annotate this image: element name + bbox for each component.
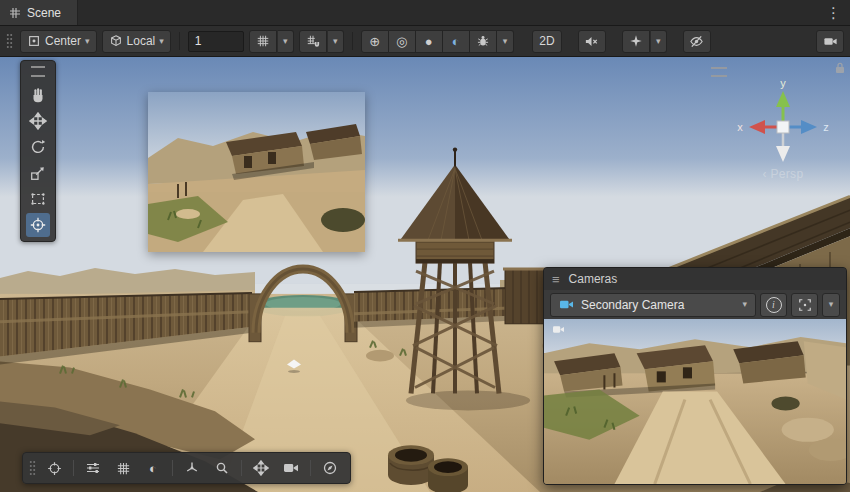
- gizmos-overlay-button[interactable]: [40, 456, 68, 480]
- move-icon: [253, 460, 269, 476]
- separator: [179, 32, 180, 50]
- camera-preview-overlay: [148, 92, 365, 252]
- chevron-down-icon: ▾: [742, 300, 747, 309]
- kebab-icon: ⋮: [826, 4, 841, 22]
- scene-camera-settings-button[interactable]: [816, 30, 844, 53]
- move-overlay-button[interactable]: [247, 456, 275, 480]
- chevron-down-icon: ▾: [503, 37, 508, 46]
- scene-bottom-toolbar: ◐: [22, 452, 351, 484]
- sparkle-icon: [629, 34, 643, 48]
- rect-tool-icon: [29, 190, 47, 208]
- scale-tool-button[interactable]: [26, 161, 50, 185]
- separator: [310, 460, 311, 476]
- speaker-muted-icon: [584, 34, 599, 49]
- info-icon: i: [766, 297, 782, 313]
- transform-tool-button[interactable]: [26, 213, 50, 237]
- gizmo-drag-handle[interactable]: [711, 67, 727, 77]
- projection-label: Persp: [771, 167, 804, 181]
- orientation-gizmo[interactable]: y x z ‹ Persp: [724, 77, 842, 181]
- shading-overlay-button[interactable]: ◐: [139, 456, 167, 480]
- chevron-down-icon: ▾: [85, 37, 90, 46]
- axis-gizmo[interactable]: y x z: [724, 77, 842, 169]
- rotate-tool-button[interactable]: [26, 135, 50, 159]
- tab-scene[interactable]: Scene: [0, 0, 78, 25]
- camera-icon: [559, 298, 574, 311]
- eye-slash-icon: [689, 34, 704, 49]
- frame-corners-icon: [798, 298, 812, 312]
- grid-overlay-button[interactable]: [109, 456, 137, 480]
- lock-icon[interactable]: [834, 60, 846, 78]
- pivot-mode-button[interactable]: Center ▾: [20, 30, 97, 53]
- grid-snap-icon: [306, 34, 320, 48]
- axis-x-label[interactable]: x: [737, 121, 743, 133]
- effects-toggle-button[interactable]: [622, 30, 650, 53]
- grid-icon: [116, 461, 131, 476]
- selected-camera-label: Secondary Camera: [581, 298, 684, 312]
- move-icon: [29, 112, 47, 130]
- camera-focus-button[interactable]: [791, 293, 818, 317]
- snap-increment-input[interactable]: [188, 31, 244, 52]
- navigation-overlay-button[interactable]: [316, 456, 344, 480]
- toolbar-drag-handle[interactable]: [29, 460, 36, 476]
- drag-handle-icon[interactable]: ≡: [552, 272, 560, 287]
- camera-preview: [544, 319, 846, 484]
- filled-circle-icon: ●: [425, 35, 433, 48]
- rect-tool-button[interactable]: [26, 187, 50, 211]
- mode-2d-label: 2D: [539, 34, 554, 48]
- cameras-panel-title: Cameras: [569, 272, 618, 286]
- mode-2d-button[interactable]: 2D: [532, 30, 561, 53]
- axis-z-label[interactable]: z: [823, 121, 829, 133]
- camera-select-dropdown[interactable]: Secondary Camera ▾: [550, 293, 756, 317]
- grid-snap-button[interactable]: [299, 30, 327, 53]
- search-overlay-button[interactable]: [208, 456, 236, 480]
- crosshair-circle-icon: ⊕: [369, 35, 380, 48]
- grid-icon: [9, 7, 21, 19]
- camera-panel-dropdown-button[interactable]: ▾: [822, 293, 840, 317]
- toolbar-drag-handle[interactable]: [6, 33, 13, 49]
- video-camera-icon: [823, 34, 838, 49]
- cameras-panel-controls: Secondary Camera ▾ i ▾: [544, 290, 846, 319]
- chevron-left-icon: ‹: [763, 167, 767, 181]
- debug-draw-button[interactable]: [470, 30, 497, 53]
- view-options-button[interactable]: [79, 456, 107, 480]
- grid-visibility-dropdown[interactable]: ▾: [277, 30, 294, 53]
- scene-visibility-button[interactable]: [683, 30, 711, 53]
- move-tool-button[interactable]: [26, 109, 50, 133]
- sliders-icon: [85, 460, 101, 476]
- drag-handle-icon[interactable]: [31, 66, 45, 77]
- orientation-overlay-button[interactable]: [178, 456, 206, 480]
- grid-visibility-button[interactable]: [249, 30, 277, 53]
- separator: [73, 460, 74, 476]
- scene-viewport[interactable]: y x z ‹ Persp ≡ Cameras Secondary Camera…: [0, 57, 850, 492]
- chevron-down-icon: ▾: [829, 300, 834, 309]
- audio-mute-button[interactable]: [578, 30, 606, 53]
- chevron-down-icon: ▾: [333, 37, 338, 46]
- view-pan-tool-button[interactable]: [26, 83, 50, 107]
- debug-draw-dropdown[interactable]: ▾: [497, 30, 515, 53]
- selection-wire-button[interactable]: ●: [416, 30, 443, 53]
- scene-camera-gizmo-icon: [552, 324, 565, 335]
- cameras-panel-header[interactable]: ≡ Cameras: [544, 268, 846, 290]
- projection-toggle[interactable]: ‹ Persp: [724, 167, 842, 181]
- separator: [241, 460, 242, 476]
- handle-space-button[interactable]: Local ▾: [102, 30, 171, 53]
- main-toolbar: Center ▾ Local ▾ ▾ ▾ ⊕ ◎ ● ◐: [0, 26, 850, 57]
- grid-snap-dropdown[interactable]: ▾: [327, 30, 344, 53]
- cameras-overlay-button[interactable]: [277, 456, 305, 480]
- half-circle-icon: ◐: [149, 462, 157, 475]
- video-camera-icon: [283, 461, 299, 475]
- target-circle-icon: ◎: [396, 35, 407, 48]
- gizmos-toggle-button[interactable]: ⊕: [361, 30, 389, 53]
- grid-icon: [256, 34, 270, 48]
- tab-label: Scene: [27, 6, 61, 20]
- chevron-down-icon: ▾: [656, 37, 661, 46]
- axes-icon: [184, 460, 200, 476]
- selection-outline-button[interactable]: ◎: [389, 30, 416, 53]
- shading-mode-button[interactable]: ◐: [443, 30, 470, 53]
- axis-y-label[interactable]: y: [780, 77, 786, 89]
- separator: [352, 32, 353, 50]
- kebab-menu-button[interactable]: ⋮: [817, 0, 850, 25]
- camera-info-button[interactable]: i: [760, 293, 787, 317]
- compass-icon: [322, 460, 338, 476]
- effects-dropdown[interactable]: ▾: [650, 30, 667, 53]
